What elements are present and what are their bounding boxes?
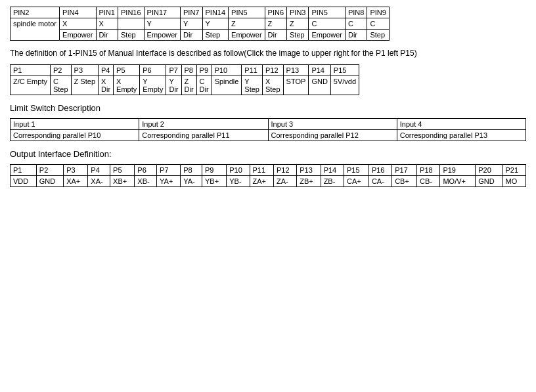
pin2-header: PIN2	[11, 7, 60, 18]
input2-val: Corresponding parallel P11	[139, 130, 268, 141]
pin16-header: PIN16	[118, 7, 144, 18]
op12-val: ZA-	[273, 176, 296, 187]
input4-val: Corresponding parallel P13	[397, 130, 525, 141]
op3-val: XA+	[64, 176, 88, 187]
limit-switch-title: Limit Switch Description	[10, 103, 526, 113]
step-cell1: Step	[118, 30, 144, 41]
step-cell3: Step	[287, 30, 309, 41]
p7-header: P7	[166, 65, 181, 76]
manual-interface-table: P1 P2 P3 P4 P5 P6 P7 P8 P9 P10 P11 P12 P…	[10, 64, 359, 95]
op13-val: ZB+	[297, 176, 321, 187]
p2-val: CStep	[50, 76, 71, 95]
empower-cell3: Empower	[229, 30, 265, 41]
op15-val: CA+	[344, 176, 368, 187]
p10-header: P10	[212, 65, 242, 76]
empower-cell2: Empower	[144, 30, 180, 41]
op7-val: YA+	[157, 176, 181, 187]
p11-header: P11	[242, 65, 263, 76]
pin9-header: PIN9	[367, 7, 389, 18]
pin8-header: PIN8	[345, 7, 367, 18]
op6-val: XB-	[135, 176, 157, 187]
spindle-motor-cell: spindle motor	[11, 18, 60, 41]
p8-val: ZDir	[181, 76, 196, 95]
input1-val: Corresponding parallel P10	[11, 130, 139, 141]
empower-cell1: Empower	[60, 30, 96, 41]
op7-header: P7	[157, 165, 181, 176]
p9-header: P9	[196, 65, 212, 76]
p1-val: Z/C Empty	[11, 76, 51, 95]
dir-cell3: Dir	[265, 30, 286, 41]
p14-header: P14	[309, 65, 330, 76]
input3-val: Corresponding parallel P12	[268, 130, 397, 141]
p12-val: XStep	[262, 76, 283, 95]
op14-header: P14	[321, 165, 344, 176]
p11-val: YStep	[242, 76, 263, 95]
op2-header: P2	[36, 165, 63, 176]
op11-header: P11	[250, 165, 273, 176]
op14-val: ZB-	[321, 176, 344, 187]
p14-val: GND	[309, 76, 330, 95]
y-cell3: Y	[202, 18, 229, 30]
op5-val: XB+	[110, 176, 135, 187]
op1-header: P1	[11, 165, 37, 176]
y-cell1: Y	[144, 18, 180, 30]
top-pin-table: PIN2 PIN4 PIN1 PIN16 PIN17 PIN7 PIN14 PI…	[10, 7, 390, 41]
output-interface-table: P1 P2 P3 P4 P5 P6 P7 P8 P9 P10 P11 P12 P…	[10, 164, 526, 187]
op4-header: P4	[88, 165, 110, 176]
op6-header: P6	[135, 165, 157, 176]
op10-header: P10	[227, 165, 250, 176]
op12-header: P12	[273, 165, 296, 176]
p3-header: P3	[71, 65, 98, 76]
p8-header: P8	[181, 65, 196, 76]
op21-header: P21	[502, 165, 525, 176]
op11-val: ZA+	[250, 176, 273, 187]
p4-val: XDir	[99, 76, 114, 95]
dir-cell1: Dir	[96, 30, 118, 41]
input4-header: Input 4	[397, 119, 525, 130]
op20-header: P20	[476, 165, 502, 176]
p12-header: P12	[262, 65, 283, 76]
p4-header: P4	[99, 65, 114, 76]
output-interface-section: P1 P2 P3 P4 P5 P6 P7 P8 P9 P10 P11 P12 P…	[10, 164, 526, 187]
p10-val: Spindle	[212, 76, 242, 95]
op4-val: XA-	[88, 176, 110, 187]
pin14-header: PIN14	[202, 7, 229, 18]
op16-header: P16	[368, 165, 391, 176]
op19-val: MO/V+	[440, 176, 476, 187]
op9-val: YB+	[202, 176, 227, 187]
op13-header: P13	[297, 165, 321, 176]
op8-val: YA-	[181, 176, 202, 187]
p13-val: STOP	[283, 76, 309, 95]
empower-cell4: Empower	[309, 30, 345, 41]
op18-header: P18	[417, 165, 440, 176]
pin6-header: PIN6	[265, 7, 286, 18]
pin5b-header: PIN5	[309, 7, 345, 18]
pin4-header: PIN4	[60, 7, 96, 18]
step-cell4: Step	[367, 30, 389, 41]
p13-header: P13	[283, 65, 309, 76]
x-cell2: X	[96, 18, 118, 30]
input1-header: Input 1	[11, 119, 139, 130]
c-cell2: C	[345, 18, 367, 30]
input2-header: Input 2	[139, 119, 268, 130]
z-cell3: Z	[287, 18, 309, 30]
p15-header: P15	[330, 65, 359, 76]
p7-val: YDir	[166, 76, 181, 95]
op15-header: P15	[344, 165, 368, 176]
c-cell1: C	[309, 18, 345, 30]
manual-interface-section: P1 P2 P3 P4 P5 P6 P7 P8 P9 P10 P11 P12 P…	[10, 64, 526, 95]
op17-header: P17	[392, 165, 417, 176]
p5-val: XEmpty	[114, 76, 140, 95]
pin5-header: PIN5	[229, 7, 265, 18]
y-cell2: Y	[181, 18, 202, 30]
c-cell3: C	[367, 18, 389, 30]
op16-val: CA-	[368, 176, 391, 187]
op3-header: P3	[64, 165, 88, 176]
z-cell1: Z	[229, 18, 265, 30]
x-cell1: X	[60, 18, 96, 30]
p9-val: CDir	[196, 76, 212, 95]
p6-val: YEmpty	[140, 76, 166, 95]
op5-header: P5	[110, 165, 135, 176]
p5-header: P5	[114, 65, 140, 76]
p1-header: P1	[11, 65, 51, 76]
